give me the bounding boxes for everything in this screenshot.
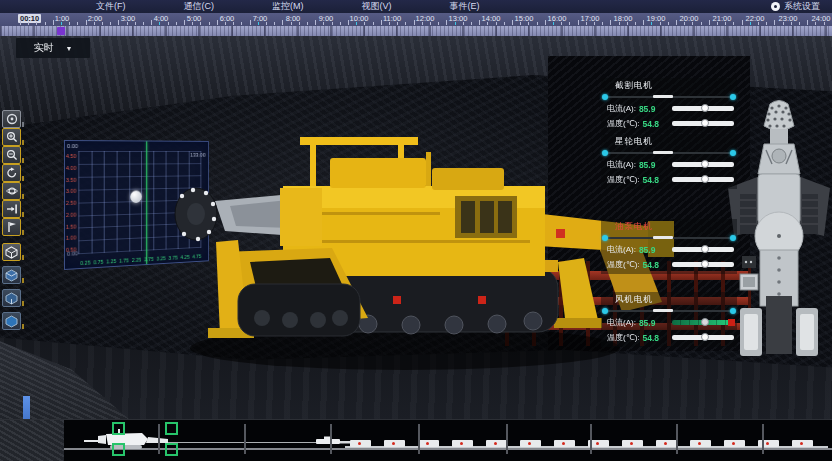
realtime-label: 实时 (34, 41, 54, 55)
view-cube-front-button[interactable] (2, 266, 21, 284)
current-bar[interactable] (672, 247, 734, 252)
current-label: 电流(A): (607, 317, 636, 328)
current-bar[interactable] (672, 106, 734, 111)
menu-monitor[interactable]: 监控(M) (272, 0, 304, 13)
motor-range-slider[interactable] (603, 148, 735, 157)
face-position-grid: 4.504.003.503.002.502.001.501.000.50 0.2… (64, 140, 209, 270)
strip-rock-texture (0, 420, 64, 461)
current-label: 电流(A): (607, 244, 636, 255)
fit-view-button[interactable] (2, 200, 21, 218)
current-bar[interactable] (672, 162, 734, 167)
motor-range-slider[interactable] (603, 306, 735, 315)
zoom-in-button[interactable] (2, 128, 21, 146)
strip-section-divider (506, 424, 508, 454)
temp-value: 54.8 (643, 175, 660, 185)
bar-knob[interactable] (701, 260, 709, 268)
temp-bar[interactable] (672, 262, 734, 267)
machine-top-view-diagram (726, 98, 832, 360)
motor-panel-starwheel: 星轮电机 电流(A):85.9 温度(℃):54.8 (601, 134, 737, 189)
view-cube-top-button[interactable] (2, 312, 21, 330)
menu-event[interactable]: 事件(E) (450, 0, 480, 13)
view-compass-button[interactable] (2, 110, 21, 128)
arrow-to-edge-icon (6, 203, 18, 215)
timeline-position-marker[interactable] (57, 27, 65, 35)
slider-dot-right (730, 150, 736, 156)
cube-side-icon (5, 292, 18, 305)
conveyor-cart-icon (690, 440, 711, 447)
conveyor-cart-icon (622, 440, 643, 447)
conveyor-cart-icon (724, 440, 745, 447)
current-value: 85.9 (639, 160, 656, 170)
timeline-scrollbar[interactable] (0, 26, 832, 36)
temp-label: 温度(℃): (607, 332, 640, 343)
view-cube-side-button[interactable] (2, 289, 21, 307)
cube-front-icon (5, 269, 18, 282)
temp-value: 54.8 (643, 260, 660, 270)
current-label: 电流(A): (607, 103, 636, 114)
temp-bar[interactable] (672, 335, 734, 340)
strip-section-divider (590, 424, 592, 454)
cube-top-icon (5, 315, 18, 328)
realtime-mode-dropdown[interactable]: 实时 ▼ (16, 38, 90, 58)
menu-view[interactable]: 视图(V) (362, 0, 392, 13)
bar-knob[interactable] (701, 333, 709, 341)
current-label: 电流(A): (607, 159, 636, 170)
grid-corner-bottom-left: 0.00 (67, 250, 78, 257)
system-settings-button[interactable]: 系统设置 (771, 0, 820, 13)
current-bar-active[interactable] (672, 320, 734, 325)
temp-bar[interactable] (672, 121, 734, 126)
marker-flag-button[interactable] (2, 218, 21, 236)
orbit-view-button[interactable] (2, 182, 21, 200)
timeline-ruler[interactable]: 00:10 1:002:003:004:005:006:007:008:009:… (0, 13, 832, 26)
system-settings-label: 系统设置 (784, 0, 820, 13)
slider-dot-right (730, 308, 736, 314)
slider-dot-left (602, 150, 608, 156)
menu-communication[interactable]: 通信(C) (184, 0, 215, 13)
conveyor-cart-icon (792, 440, 813, 447)
temp-bar[interactable] (672, 177, 734, 182)
conveyor-cart-icon (350, 440, 371, 447)
strip-section-divider (244, 424, 246, 454)
rotate-view-button[interactable] (2, 164, 21, 182)
conveyor-cart-icon (384, 440, 405, 447)
bar-knob[interactable] (701, 175, 709, 183)
zoom-out-button[interactable] (2, 146, 21, 164)
motor-range-slider[interactable] (603, 92, 735, 101)
zoom-out-icon (6, 149, 18, 161)
grid-y-tick-labels: 4.504.003.503.002.502.001.501.000.50 (66, 153, 76, 253)
strip-section-divider (158, 424, 160, 454)
timeline-current-time: 00:10 (18, 14, 41, 23)
temp-label: 温度(℃): (607, 259, 640, 270)
slider-dot-right (730, 235, 736, 241)
motor-panel-oil-pump: 油泵电机 电流(A):85.9 温度(℃):54.8 (601, 219, 737, 274)
current-value: 85.9 (639, 104, 656, 114)
motor-range-slider[interactable] (603, 233, 735, 242)
bar-knob[interactable] (701, 318, 709, 326)
menu-file[interactable]: 文件(F) (96, 0, 126, 13)
bar-knob[interactable] (701, 119, 709, 127)
strip-section-divider (330, 424, 332, 454)
orbit-icon (6, 185, 18, 197)
motor-name: 星轮电机 (601, 136, 737, 147)
strip-section-divider (676, 424, 678, 454)
current-value: 85.9 (639, 245, 656, 255)
view-cube-perspective-button[interactable] (2, 243, 21, 261)
conveyor-cart-icon (418, 440, 439, 447)
temp-value: 54.8 (643, 333, 660, 343)
grid-corner-top-right: 133.00 (190, 152, 205, 158)
conveyor-cart-icon (520, 440, 541, 447)
bar-knob[interactable] (701, 160, 709, 168)
grid-center-line (146, 141, 147, 264)
flag-icon (6, 221, 18, 233)
current-value: 85.9 (639, 318, 656, 328)
bar-knob[interactable] (701, 245, 709, 253)
motor-name: 风机电机 (601, 294, 737, 305)
conveyor-cart-icon (656, 440, 677, 447)
chevron-down-icon: ▼ (66, 45, 73, 52)
bar-knob[interactable] (701, 104, 709, 112)
slider-dot-right (730, 94, 736, 100)
strip-section-divider (418, 424, 420, 454)
motor-name: 油泵电机 (601, 221, 737, 232)
temp-label: 温度(℃): (607, 118, 640, 129)
bridge-conveyor-line (168, 442, 326, 443)
